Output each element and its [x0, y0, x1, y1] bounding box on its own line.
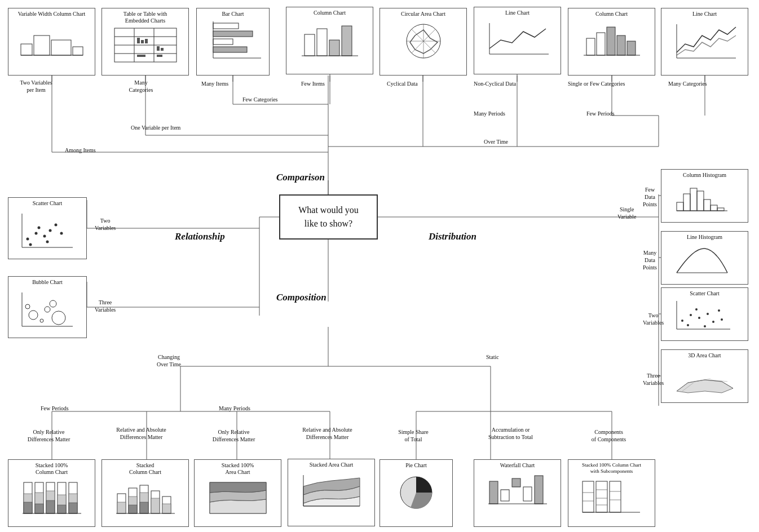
label-many-cat-right: Many Categories [668, 80, 707, 87]
bar-chart-box: Bar Chart [196, 8, 270, 76]
label-many-periods-bottom: Many Periods [219, 405, 250, 412]
svg-rect-64 [73, 47, 83, 55]
pie-chart-box: Pie Chart [380, 459, 453, 527]
label-rel-abs-2: Relative and AbsoluteDifferences Matter [286, 426, 368, 441]
label-accumulation: Accumulation orSubtraction to Total [467, 426, 554, 441]
label-few-cat: Few Categories [242, 96, 278, 103]
svg-rect-126 [683, 194, 690, 211]
svg-rect-156 [24, 502, 32, 513]
center-question-box: What would youlike to show? [279, 194, 378, 240]
table-embedded-chart [112, 25, 179, 65]
svg-rect-128 [697, 191, 704, 211]
svg-rect-75 [157, 46, 160, 51]
svg-point-120 [52, 311, 65, 325]
svg-rect-81 [213, 31, 253, 37]
stacked-100-area-svg [204, 477, 272, 517]
label-many-items: Many Items [201, 80, 228, 87]
waterfall-chart-title: Waterfall Chart [500, 462, 535, 469]
line-chart-right-box: Line Chart [661, 8, 748, 76]
column-chart-few-svg [296, 17, 364, 60]
svg-rect-198 [596, 481, 607, 512]
svg-rect-87 [329, 40, 339, 56]
svg-rect-165 [58, 505, 66, 513]
svg-rect-177 [140, 502, 148, 513]
stacked-area-title: Stacked Area Chart [310, 462, 354, 468]
composition-label: Composition [276, 292, 326, 303]
svg-point-135 [690, 314, 692, 316]
label-two-vars-left: TwoVariables [95, 217, 116, 232]
label-three-vars-left: ThreeVariables [95, 299, 116, 313]
svg-rect-188 [501, 490, 509, 501]
label-only-rel-2: Only RelativeDifferences Matter [193, 428, 275, 443]
table-embedded-title: Table or Table withEmbedded Charts [123, 11, 167, 24]
svg-rect-159 [35, 504, 43, 513]
svg-point-112 [60, 232, 63, 235]
column-histogram-box: Column Histogram [661, 169, 748, 223]
distribution-label: Distribution [429, 231, 476, 242]
line-chart-right-svg [671, 19, 739, 61]
svg-rect-168 [69, 503, 77, 513]
svg-rect-195 [583, 481, 594, 512]
label-non-cyclical: Non-Cyclical Data [474, 80, 516, 87]
label-static: Static [486, 353, 499, 361]
svg-rect-101 [617, 36, 625, 55]
label-single-var: SingleVariable [617, 206, 636, 220]
3d-area-title: 3D Area Chart [688, 352, 721, 359]
stacked-col-title: StackedColumn Chart [129, 462, 161, 476]
svg-point-109 [38, 227, 41, 229]
label-single-few-cat: Single or Few Categories [568, 80, 625, 87]
svg-rect-129 [704, 200, 711, 211]
label-one-var-item: One Variable per Item [131, 124, 180, 131]
svg-rect-125 [677, 202, 683, 211]
stacked-col-svg [112, 477, 179, 517]
svg-rect-162 [46, 500, 55, 513]
stacked-100-sub-box: Stacked 100% Column Chartwith Subcompone… [568, 459, 655, 527]
svg-point-138 [707, 313, 709, 315]
label-rel-abs-1: Relative and AbsoluteDifferences Matter [100, 426, 182, 441]
scatter-dist-box: Scatter Chart [661, 287, 748, 341]
column-chart-single-box: Column Chart [568, 8, 655, 76]
svg-rect-74 [145, 39, 148, 43]
stacked-100-sub-title: Stacked 100% Column Chartwith Subcompone… [582, 462, 641, 475]
svg-marker-95 [410, 30, 438, 54]
svg-point-139 [712, 321, 714, 323]
line-chart-top-svg [484, 17, 551, 60]
variable-width-col-title: Variable Width Column Chart [18, 11, 86, 17]
svg-point-117 [29, 311, 38, 320]
svg-rect-77 [137, 55, 145, 57]
stacked-100-col-svg [18, 477, 86, 517]
svg-point-137 [695, 308, 698, 311]
circular-area-box: Circular Area Chart [380, 8, 467, 76]
column-chart-few-box: Column Chart [286, 7, 373, 74]
comparison-label: Comparison [276, 172, 325, 183]
circular-area-title: Circular Area Chart [401, 11, 445, 17]
stacked-100-area-box: Stacked 100%Area Chart [194, 459, 281, 527]
svg-rect-202 [610, 481, 621, 512]
stacked-100-area-title: Stacked 100%Area Chart [222, 462, 254, 476]
svg-rect-61 [21, 44, 32, 55]
scatter-dist-svg [671, 298, 739, 332]
svg-rect-83 [213, 47, 247, 52]
line-histogram-svg [671, 242, 739, 276]
svg-rect-72 [137, 38, 140, 43]
label-few-items: Few Items [301, 80, 325, 87]
label-among-items: Among Items [65, 147, 96, 154]
variable-width-col-box: Variable Width Column Chart [8, 8, 95, 76]
label-many-periods: Many Periods [474, 110, 505, 117]
svg-point-118 [45, 307, 50, 312]
svg-point-113 [46, 241, 49, 243]
waterfall-chart-box: Waterfall Chart [474, 459, 561, 527]
svg-rect-174 [129, 505, 137, 513]
stacked-100-sub-svg [578, 476, 646, 516]
variable-width-col-chart [18, 19, 86, 58]
3d-area-box: 3D Area Chart [661, 349, 748, 403]
scatter-chart-left-svg [16, 208, 78, 250]
label-many-cat: ManyCategories [113, 79, 169, 94]
pie-chart-title: Pie Chart [405, 462, 427, 469]
relationship-label: Relationship [175, 231, 225, 242]
svg-point-110 [49, 229, 52, 232]
svg-rect-76 [161, 48, 164, 51]
table-embedded-box: Table or Table withEmbedded Charts [102, 8, 189, 76]
svg-rect-192 [523, 487, 532, 501]
column-chart-few-title: Column Chart [314, 10, 346, 16]
